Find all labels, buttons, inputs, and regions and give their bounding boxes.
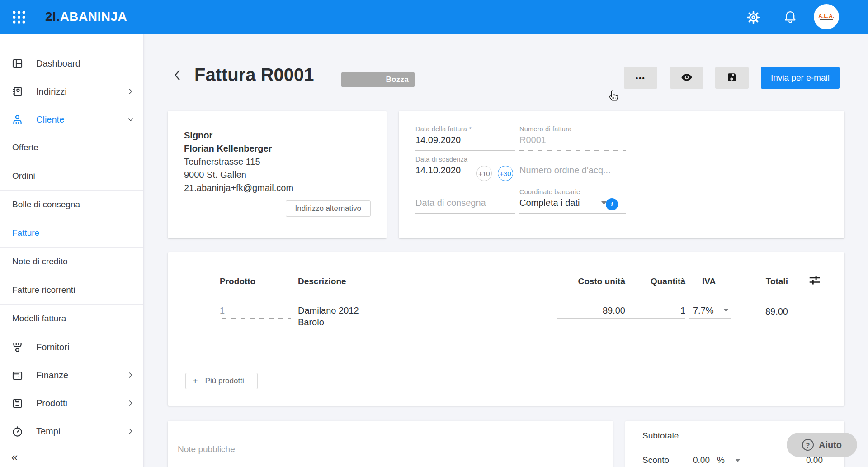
app-logo[interactable]: 2I.ABANINJA [45, 10, 127, 24]
sidebar-item-ordini[interactable]: Ordini [0, 162, 143, 191]
sidebar-nav: Dashboard Indirizzi Cliente Offerte [0, 34, 144, 467]
sidebar-item-cliente[interactable]: Cliente [0, 105, 143, 133]
supplier-person-icon [11, 341, 24, 353]
page-title: Fattura R0001 [194, 65, 314, 85]
stopwatch-icon [11, 425, 24, 438]
customer-street: Teufnerstrasse 115 [184, 155, 370, 168]
add-product-label: Più prodotti [205, 376, 244, 386]
purchase-order-field[interactable]: Numero ordine d'acq... [519, 156, 626, 181]
sidebar-item-prodotti[interactable]: Prodotti [0, 389, 143, 417]
invoice-date-field[interactable]: Data della fattura * 14.09.2020 [415, 125, 515, 151]
floppy-save-icon [726, 71, 738, 85]
sidebar-item-note-di-credito[interactable]: Note di credito [0, 248, 143, 276]
back-chevron-icon[interactable] [172, 68, 186, 84]
apps-grid-icon[interactable] [12, 10, 26, 24]
sidebar-item-label: Indirizzi [36, 86, 67, 97]
customer-name: Florian Kellenberger [184, 142, 370, 155]
product-description-input-empty[interactable] [298, 349, 565, 361]
invoice-number-value: R0001 [519, 133, 626, 151]
plus-30-days-chip[interactable]: +30 [498, 166, 513, 181]
sidebar-item-label: Fornitori [36, 342, 69, 353]
mouse-cursor [606, 89, 620, 104]
more-actions-button[interactable]: ••• [624, 67, 657, 89]
sidebar-item-label: Cliente [36, 114, 64, 125]
invoice-number-label: Numero di fattura [519, 125, 626, 133]
invoice-date-label: Data della fattura * [415, 125, 515, 133]
customer-card: Signor Florian Kellenberger Teufnerstras… [168, 111, 387, 238]
unit-cost-input-empty[interactable] [557, 349, 625, 361]
sidebar-item-finanze[interactable]: Finanze [0, 361, 143, 389]
due-date-label: Data di scadenza [415, 156, 515, 163]
user-avatar[interactable]: A.L.A. [814, 4, 839, 29]
invoice-details-card: Data della fattura * 14.09.2020 Numero d… [399, 111, 844, 238]
col-header-quantity: Quantità [618, 276, 685, 286]
sidebar-collapse-button[interactable]: « [0, 445, 143, 467]
sidebar-item-bolle-di-consegna[interactable]: Bolle di consegna [0, 191, 143, 219]
notifications-bell-icon[interactable] [781, 8, 799, 26]
caret-down-icon[interactable] [735, 459, 741, 462]
sidebar-item-fatture-ricorrenti[interactable]: Fatture ricorrenti [0, 276, 143, 305]
chevron-right-icon [126, 371, 135, 380]
col-header-description: Descrizione [298, 276, 346, 286]
row-total-value: 89.00 [720, 306, 788, 317]
sidebar-item-tempi[interactable]: Tempi [0, 417, 143, 445]
sidebar-item-label: Modelli fattura [12, 314, 66, 324]
column-settings-icon[interactable] [808, 273, 821, 287]
bank-info-icon[interactable]: i [606, 198, 618, 210]
status-badge: Bozza [341, 72, 415, 87]
product-code-input[interactable]: 1 [220, 305, 291, 319]
quantity-input-empty[interactable] [618, 349, 685, 361]
plus-10-days-chip[interactable]: +10 [476, 166, 492, 181]
address-book-icon [11, 86, 24, 98]
sidebar-item-label: Fatture ricorrenti [12, 285, 75, 295]
top-bar: 2I.ABANINJA A.L.A. [0, 0, 868, 34]
save-button[interactable] [715, 67, 749, 89]
client-person-icon [11, 114, 24, 126]
add-product-button[interactable]: + Più prodotti [185, 373, 258, 389]
sidebar-item-label: Finanze [36, 370, 68, 381]
sidebar-item-label: Offerte [12, 143, 38, 152]
eye-icon [680, 71, 693, 85]
purchase-order-placeholder[interactable]: Numero ordine d'acq... [519, 163, 626, 181]
sidebar-item-label: Bolle di consegna [12, 200, 80, 210]
unit-cost-input[interactable]: 89.00 [557, 305, 625, 319]
main-content: Fattura R0001 Bozza ••• Invia per e-mail [144, 34, 868, 467]
customer-email: 21.abaninja+fk@gmail.com [184, 181, 370, 195]
sidebar-item-label: Ordini [12, 171, 35, 181]
help-label: Aiuto [819, 440, 842, 450]
logo-prefix: 2I. [45, 10, 60, 24]
sidebar-item-offerte[interactable]: Offerte [0, 133, 143, 162]
vat-select-empty[interactable] [689, 349, 731, 361]
public-notes-card[interactable]: Note pubbliche [168, 421, 613, 467]
discount-percent-input[interactable]: 0.00 [679, 455, 710, 465]
sidebar-item-fornitori[interactable]: Fornitori [0, 333, 143, 361]
chevron-down-icon [126, 115, 135, 124]
help-button[interactable]: ? Aiuto [787, 433, 857, 457]
invoice-date-value[interactable]: 14.09.2020 [415, 133, 515, 151]
sidebar-item-label: Tempi [36, 426, 60, 437]
chevron-right-icon [126, 399, 135, 408]
sidebar-item-modelli-fattura[interactable]: Modelli fattura [0, 305, 143, 333]
delivery-date-placeholder[interactable]: Data di consegna [415, 195, 515, 214]
preview-button[interactable] [670, 67, 703, 89]
send-email-button[interactable]: Invia per e-mail [761, 67, 840, 89]
products-table-card: Prodotto Descrizione Costo unità Quantit… [168, 252, 844, 406]
dashboard-icon [11, 57, 24, 70]
sidebar-item-dashboard[interactable]: Dashboard [0, 49, 143, 77]
purchase-order-label-spacer [519, 156, 626, 163]
sidebar-item-label: Prodotti [36, 398, 67, 409]
alternative-address-button[interactable]: Indirizzo alternativo [286, 200, 371, 217]
product-code-input-empty[interactable] [220, 349, 291, 361]
question-mark-icon: ? [802, 439, 814, 451]
delivery-date-field[interactable]: Data di consegna [415, 188, 515, 214]
product-description-input[interactable]: Damilano 2012 Barolo [298, 305, 565, 330]
description-line-1: Damilano 2012 [298, 305, 565, 316]
sidebar-item-fatture[interactable]: Fatture [0, 219, 143, 248]
avatar-subtext-line [820, 19, 833, 20]
logo-suffix: ABANINJA [60, 10, 127, 24]
bank-details-value: Completa i dati [519, 198, 580, 208]
settings-gear-icon[interactable] [744, 8, 762, 26]
quantity-input[interactable]: 1 [618, 305, 685, 319]
sidebar-item-indirizzi[interactable]: Indirizzi [0, 77, 143, 105]
product-box-icon [11, 397, 24, 410]
